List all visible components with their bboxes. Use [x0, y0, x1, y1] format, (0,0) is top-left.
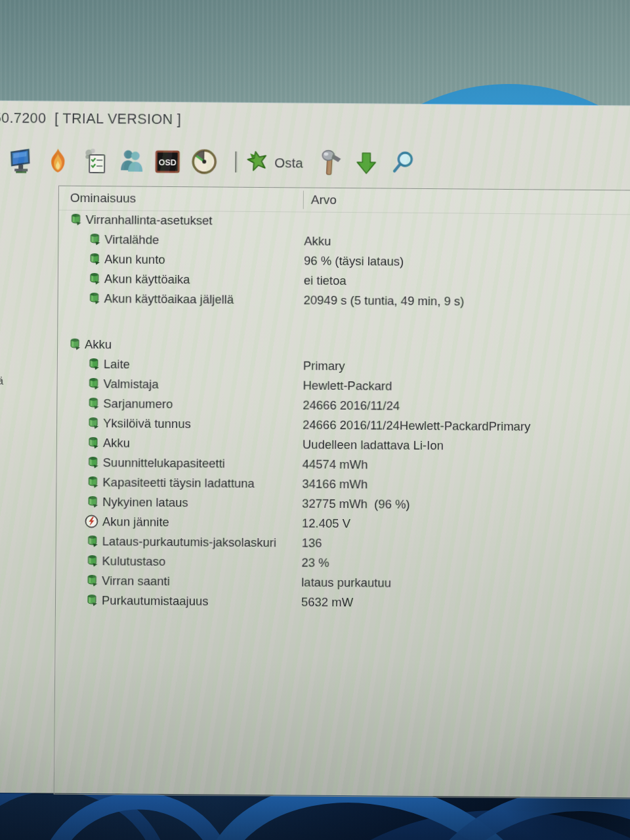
row-label: Lataus-purkautumis-jaksolaskuri: [102, 534, 276, 550]
buy-label: Osta: [274, 155, 303, 171]
row-value: Hewlett-Packard: [303, 379, 392, 394]
flame-icon: [47, 147, 72, 175]
svg-text:OSD: OSD: [159, 158, 177, 167]
row-label: Akun käyttöaikaa jäljellä: [104, 291, 234, 307]
row-label: Akku: [103, 436, 130, 450]
toolbar: OSD: [0, 143, 630, 182]
column-header-value[interactable]: Arvo: [311, 193, 337, 207]
row-label: Sarjanumero: [103, 396, 173, 411]
report-icon: [83, 148, 108, 175]
buy-star-icon: [246, 150, 268, 175]
voltage-icon: [85, 514, 98, 531]
battery-icon: [89, 292, 100, 307]
computer-button[interactable]: [7, 146, 35, 176]
benchmark-button[interactable]: [45, 146, 73, 176]
screen-photo: 50.7200 [ TRIAL VERSION ]: [0, 0, 630, 840]
row-label: Suunnittelukapasiteetti: [103, 455, 225, 471]
row-spacer: [58, 308, 630, 339]
row-label: Kulutustaso: [102, 554, 165, 569]
battery-icon: [87, 535, 98, 550]
battery-icon: [89, 253, 100, 268]
sidebar-clipped-label: ä: [0, 375, 3, 388]
battery-icon: [87, 476, 98, 491]
row-value: 23 %: [301, 556, 329, 570]
row-label: Akun kunto: [104, 252, 165, 267]
row-label: Laite: [104, 357, 130, 371]
row-value: Akku: [304, 234, 331, 249]
osd-button[interactable]: OSD: [154, 147, 181, 177]
row-value: 96 % (täysi lataus): [304, 254, 404, 269]
search-button[interactable]: [390, 149, 417, 179]
row-label: Valmistaja: [104, 377, 159, 392]
column-header-property[interactable]: Ominaisuus: [70, 191, 136, 206]
row-value: Primary: [303, 359, 345, 373]
row-value: Uudelleen ladattava Li-Ion: [303, 438, 444, 453]
tools-button[interactable]: [318, 148, 345, 178]
row-label: Virranhallinta-asetukset: [85, 213, 212, 228]
column-separator[interactable]: [303, 191, 304, 209]
row-value: lataus purkautuu: [301, 576, 391, 591]
row-label: Virran saanti: [102, 574, 170, 589]
row-label: Purkautumistaajuus: [102, 593, 209, 608]
property-table: Virranhallinta-asetukset Virtalähde Akku…: [56, 210, 630, 615]
battery-icon: [86, 574, 98, 589]
down-arrow-icon: [355, 150, 380, 177]
row-value: 44574 mWh: [303, 457, 368, 472]
report-button[interactable]: [82, 146, 110, 177]
battery-icon: [89, 233, 100, 248]
row-label: Akun käyttöaika: [104, 272, 190, 287]
battery-icon: [87, 495, 98, 511]
battery-icon: [87, 436, 99, 452]
battery-icon: [87, 456, 99, 471]
search-icon: [391, 151, 416, 177]
row-label: Virtalähde: [104, 232, 159, 247]
computer-icon: [9, 147, 33, 175]
row-label: Kapasiteetti täysin ladattuna: [102, 475, 255, 491]
row-value: 34166 mWh: [302, 477, 368, 492]
download-button[interactable]: [354, 148, 381, 178]
battery-icon: [87, 397, 99, 412]
table-row[interactable]: Purkautumistaajuus 5632 mW: [56, 591, 630, 615]
toolbar-separator: [235, 152, 238, 173]
battery-icon: [86, 555, 98, 570]
property-panel: Ominaisuus Arvo Virranhallinta-asetukset…: [54, 186, 630, 799]
row-value: 12.405 V: [302, 516, 350, 532]
row-label: Akun jännite: [102, 514, 169, 530]
battery-icon: [89, 272, 100, 287]
row-value: 20949 s (5 tuntia, 49 min, 9 s): [304, 293, 465, 309]
battery-icon: [70, 213, 81, 228]
row-value: 24666 2016/11/24: [303, 398, 400, 413]
users-icon: [119, 148, 144, 175]
battery-icon: [69, 338, 81, 353]
battery-icon: [86, 594, 98, 609]
hammer-icon: [319, 150, 344, 177]
row-label: Yksilöivä tunnus: [103, 416, 191, 431]
sensor-button[interactable]: [190, 147, 217, 177]
aida64-window: 50.7200 [ TRIAL VERSION ]: [0, 101, 630, 798]
battery-icon: [87, 417, 99, 432]
row-value: 24666 2016/11/24Hewlett-PackardPrimary: [303, 418, 530, 434]
battery-icon: [88, 377, 100, 392]
row-value: 136: [302, 536, 322, 551]
gauge-icon: [191, 148, 216, 176]
audit-button[interactable]: [117, 146, 145, 177]
buy-button[interactable]: Osta: [242, 149, 305, 177]
row-label: Nykyinen lataus: [102, 495, 188, 510]
row-value: ei tietoa: [304, 274, 346, 289]
row-value: 5632 mW: [301, 595, 353, 610]
window-title: 50.7200 [ TRIAL VERSION ]: [0, 110, 181, 128]
battery-icon: [88, 358, 100, 373]
osd-icon: OSD: [155, 149, 180, 175]
row-label: Akku: [85, 337, 112, 352]
row-value: 32775 mWh (96 %): [302, 497, 410, 512]
